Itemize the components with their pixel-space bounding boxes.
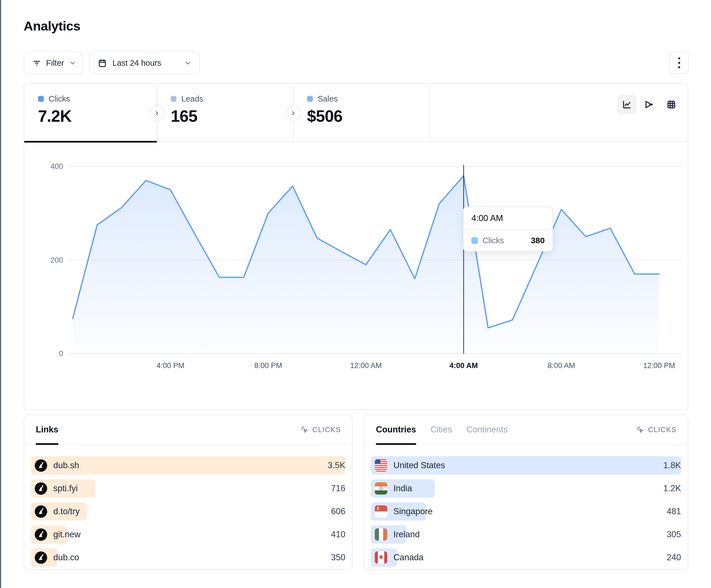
- filter-button-label: Filter: [46, 59, 64, 68]
- stat-value: $506: [307, 107, 430, 126]
- x-axis-tick: 12:00 AM: [350, 361, 382, 370]
- y-axis-tick: 400: [50, 162, 63, 171]
- link-row[interactable]: dub.co350: [31, 548, 345, 567]
- countries-metric-toggle[interactable]: CLICKS: [636, 426, 676, 434]
- clicks-time-series-chart[interactable]: 02004004:00 PM8:00 PM12:00 AM4:00 AM8:00…: [24, 153, 689, 378]
- row-value: 1.2K: [663, 483, 681, 493]
- country-row[interactable]: Canada240: [371, 548, 681, 567]
- leads-series-swatch: [171, 96, 177, 102]
- stat-label: Sales: [318, 94, 338, 104]
- stat-value: 165: [171, 107, 293, 126]
- dub-logo-icon: [35, 551, 47, 564]
- line-chart-view-button[interactable]: [618, 95, 636, 114]
- kebab-menu-icon: [678, 58, 680, 59]
- link-row[interactable]: spti.fyi716: [31, 479, 345, 498]
- tab-continents[interactable]: Continents: [467, 415, 508, 444]
- dub-logo-icon: [35, 459, 47, 472]
- ca-flag-icon: [375, 551, 387, 564]
- country-row[interactable]: India1.2K: [371, 479, 681, 498]
- dub-logo-icon: [35, 505, 47, 518]
- metric-label: CLICKS: [648, 426, 676, 434]
- stat-label: Clicks: [48, 94, 70, 104]
- row-value: 1.8K: [663, 460, 681, 470]
- link-row[interactable]: d.to/try606: [31, 502, 345, 521]
- row-value: 716: [331, 483, 345, 493]
- y-axis-tick: 200: [50, 256, 63, 264]
- in-flag-icon: [375, 482, 387, 495]
- row-label: Canada: [393, 552, 424, 563]
- filter-button[interactable]: Filter: [24, 51, 83, 74]
- chart-tooltip: 4:00 AM Clicks 380: [463, 207, 553, 252]
- row-label: Singapore: [393, 506, 433, 516]
- ie-flag-icon: [375, 528, 387, 541]
- row-value: 240: [667, 552, 681, 563]
- cursor-click-icon: [300, 426, 309, 434]
- row-value: 350: [331, 552, 345, 563]
- stats-header: Clicks 7.2K Leads 165 Sales $506: [24, 84, 688, 142]
- clicks-series-swatch: [38, 96, 44, 102]
- date-range-label: Last 24 hours: [112, 59, 161, 68]
- stat-tab-sales[interactable]: Sales $506: [293, 84, 430, 142]
- chevron-right-icon: [290, 110, 296, 116]
- row-label: spti.fyi: [53, 483, 78, 493]
- x-axis-tick: 4:00 AM: [450, 361, 478, 370]
- sg-flag-icon: [375, 505, 387, 518]
- table-view-button[interactable]: [662, 95, 681, 114]
- chevron-right-icon: [154, 110, 160, 116]
- analytics-page: Analytics Filter Last 24 hours Clicks: [0, 0, 711, 588]
- tooltip-value: 380: [531, 236, 545, 245]
- funnel-view-button[interactable]: [640, 95, 658, 114]
- row-value: 3.5K: [328, 460, 345, 470]
- stat-tab-leads[interactable]: Leads 165: [157, 84, 293, 142]
- row-value: 481: [667, 506, 681, 516]
- expand-leads-button[interactable]: [285, 105, 301, 121]
- stat-value: 7.2K: [38, 107, 157, 126]
- country-row[interactable]: Singapore481: [371, 502, 681, 521]
- countries-panel: Countries Cities Continents CLICKS Unite…: [364, 415, 688, 570]
- date-range-button[interactable]: Last 24 hours: [89, 51, 200, 74]
- tab-links[interactable]: Links: [36, 415, 58, 444]
- clicks-series-swatch: [471, 238, 478, 244]
- y-axis-tick: 0: [59, 349, 63, 358]
- row-value: 606: [331, 506, 345, 516]
- chart-type-switcher: [618, 95, 681, 114]
- row-label: git.new: [53, 529, 81, 540]
- row-label: d.to/try: [53, 506, 80, 516]
- stat-tab-clicks[interactable]: Clicks 7.2K: [24, 84, 157, 142]
- expand-clicks-button[interactable]: [149, 105, 165, 121]
- x-axis-tick: 12:00 PM: [643, 361, 675, 370]
- metric-label: CLICKS: [312, 426, 341, 434]
- analytics-card: Clicks 7.2K Leads 165 Sales $506: [24, 83, 688, 410]
- table-grid-icon: [666, 99, 676, 110]
- row-value: 410: [331, 529, 345, 540]
- us-flag-icon: [375, 459, 387, 472]
- calendar-icon: [98, 59, 107, 68]
- country-row[interactable]: United States1.8K: [371, 456, 681, 475]
- x-axis-tick: 8:00 PM: [254, 361, 282, 370]
- row-label: India: [393, 483, 412, 493]
- dub-logo-icon: [35, 482, 47, 495]
- active-tab-indicator: [24, 141, 157, 142]
- country-row[interactable]: Ireland305: [371, 525, 681, 544]
- line-chart-icon: [622, 99, 632, 110]
- tab-cities[interactable]: Cities: [431, 415, 452, 444]
- funnel-chart-icon: [644, 99, 654, 110]
- stat-label: Leads: [181, 94, 203, 104]
- row-label: dub.sh: [53, 460, 79, 470]
- row-value: 305: [667, 529, 681, 540]
- screen-edge-artifact: [0, 0, 1, 588]
- link-row[interactable]: git.new410: [31, 525, 345, 544]
- sales-series-swatch: [307, 96, 313, 102]
- links-panel: Links CLICKS dub.sh3.5Kspti.fyi716d.to/t…: [24, 415, 352, 570]
- more-options-button[interactable]: [669, 51, 689, 74]
- chevron-down-icon: [184, 59, 192, 67]
- row-label: dub.co: [53, 552, 79, 563]
- tooltip-time: 4:00 AM: [464, 207, 553, 230]
- tab-countries[interactable]: Countries: [376, 415, 416, 444]
- filter-lines-icon: [33, 59, 41, 67]
- row-label: United States: [393, 460, 445, 470]
- x-axis-tick: 4:00 PM: [156, 361, 185, 370]
- links-metric-toggle[interactable]: CLICKS: [300, 426, 341, 434]
- x-axis-tick: 8:00 AM: [547, 361, 575, 370]
- link-row[interactable]: dub.sh3.5K: [31, 456, 345, 475]
